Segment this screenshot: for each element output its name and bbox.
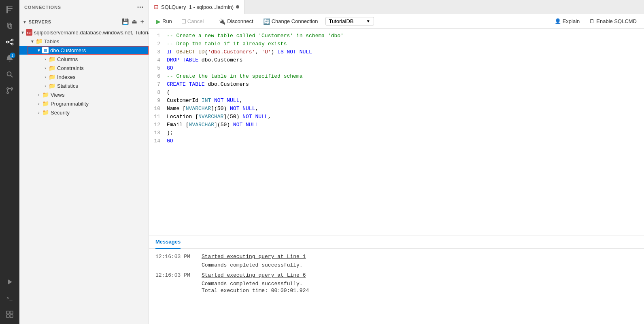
svg-rect-18 [10,311,13,314]
cancel-label: Cancel [187,18,204,24]
servers-label: SERVERS [28,19,51,24]
statistics-node[interactable]: › 📁 Statistics [19,81,149,90]
servers-chevron[interactable]: ▼ [23,20,27,24]
servers-row: ▼ SERVERS 💾 ⏏ ＋ [19,16,149,28]
msg-body-1: Started executing query at Line 1 [202,254,306,260]
constraints-folder-icon: 📁 [49,65,55,71]
line-content-9: CustomerId INT NOT NULL, [167,97,641,105]
line-num-12: 12 [152,121,167,129]
programmability-node[interactable]: › 📁 Programmability [19,99,149,108]
messages-content: 12:16:03 PM Started executing query at L… [149,249,644,324]
views-node[interactable]: › 📁 Views [19,90,149,99]
cancel-icon [182,19,186,23]
add-connection-icon[interactable]: ＋ [139,18,145,25]
columns-node[interactable]: › 📁 Columns [19,55,149,64]
indexes-folder-icon: 📁 [49,74,55,80]
disconnect-button[interactable]: 🔌 Disconnect [216,17,255,25]
svg-point-7 [11,39,13,41]
constraints-chevron: › [42,66,49,70]
line-num-10: 10 [152,105,167,113]
line-num-14: 14 [152,137,167,145]
code-token: IF [167,49,176,55]
code-line-1: 1 -- Create a new table called 'Customer… [149,32,644,40]
tables-node[interactable]: ▼ 📁 Tables [19,37,149,46]
tables-chevron: ▼ [29,39,36,44]
tables-label: Tables [44,38,60,44]
server-label: sqlpoolservername.database.windows.net, … [34,30,149,36]
code-token: GO [167,65,173,71]
change-connection-button[interactable]: 🔄 Change Connection [261,17,321,25]
code-token: CREATE TABLE [167,81,208,87]
svg-rect-4 [7,23,11,27]
code-line-3: 3 IF OBJECT_ID('dbo.Customers', 'U') IS … [149,48,644,56]
sql-server-icon: sql [26,29,32,36]
programmability-chevron: › [36,102,42,106]
line-num-9: 9 [152,97,167,105]
code-line-4: 4 DROP TABLE dbo.Customers [149,56,644,64]
run-button[interactable]: ▶ Run [154,17,174,25]
code-token: NVARCHAR [189,122,214,128]
extensions-icon[interactable] [3,308,16,321]
code-token: NOT NULL [214,97,239,104]
constraints-node[interactable]: › 📁 Constraints [19,64,149,72]
security-chevron: › [36,110,42,115]
pages-icon[interactable] [3,19,16,32]
connections-icon[interactable] [3,36,16,49]
msg-link-1: Started executing query at Line 1 [202,254,306,260]
code-token: ) [271,49,277,55]
line-content-8: ( [167,89,641,97]
svg-point-14 [7,92,9,93]
code-token: ](50) [223,114,242,120]
run-extensions-icon[interactable] [3,275,16,288]
code-line-14: 14 GO [149,137,644,145]
line-content-2: -- Drop the table if it already exists [167,40,641,48]
editor-area[interactable]: 1 -- Create a new table called 'Customer… [149,29,644,235]
line-num-6: 6 [152,72,167,80]
notification-icon[interactable]: 1 [3,52,16,65]
code-token: GO [167,138,173,144]
explorer-icon[interactable] [3,3,16,16]
dbo-customers-node[interactable]: ▼ ▦ dbo.Customers [19,46,149,55]
query-tab[interactable]: ⊟ SQLQuery_1 - sqlpoo...ladmin) [149,0,244,14]
disconnect-icon[interactable]: ⏏ [132,18,137,25]
database-selected-label: TutorialDB [329,18,354,24]
explain-button[interactable]: 👤 Explain [552,17,582,25]
enable-sqlcmd-button[interactable]: 🗒 Enable SQLCMD [587,17,639,25]
git-icon[interactable] [3,84,16,97]
code-line-8: 8 ( [149,89,644,97]
indexes-label: Indexes [57,74,76,80]
cancel-button[interactable]: Cancel [179,17,206,25]
line-content-14: GO [167,137,641,145]
search-icon[interactable] [3,68,16,81]
sidebar-header-icons: ⋯ [137,3,144,11]
svg-rect-3 [6,6,8,13]
terminal-icon[interactable]: >_ [3,292,16,305]
messages-tab[interactable]: Messages [155,235,181,249]
connections-label: CONNECTIONS [24,5,61,10]
code-line-9: 9 CustomerId INT NOT NULL, [149,97,644,105]
more-options-icon[interactable]: ⋯ [137,3,144,11]
code-token: Email [ [167,122,189,128]
line-num-3: 3 [152,48,167,56]
dbo-customers-label: dbo.Customers [50,47,86,53]
svg-rect-20 [10,315,13,318]
database-dropdown[interactable]: TutorialDB ▼ [325,17,374,25]
svg-rect-19 [6,315,9,318]
notification-badge: 1 [10,53,15,58]
code-line-6: 6 -- Create the table in the specified s… [149,72,644,80]
server-node[interactable]: ▼ sql sqlpoolservername.database.windows… [19,28,149,37]
code-token: ( [167,89,170,95]
save-servers-icon[interactable]: 💾 [122,18,129,25]
code-token: NVARCHAR [198,114,223,120]
messages-panel: Messages 12:16:03 PM Started executing q… [149,235,644,324]
code-token: , [255,49,261,55]
toolbar-separator-1 [211,17,211,25]
indexes-node[interactable]: › 📁 Indexes [19,72,149,81]
toolbar-right: 👤 Explain 🗒 Enable SQLCMD [552,17,639,25]
views-folder-icon: 📁 [42,91,49,98]
line-num-7: 7 [152,80,167,89]
code-token: , [255,106,258,112]
security-node[interactable]: › 📁 Security [19,108,149,117]
line-content-5: GO [167,64,641,72]
code-line-11: 11 Location [NVARCHAR](50) NOT NULL, [149,113,644,121]
